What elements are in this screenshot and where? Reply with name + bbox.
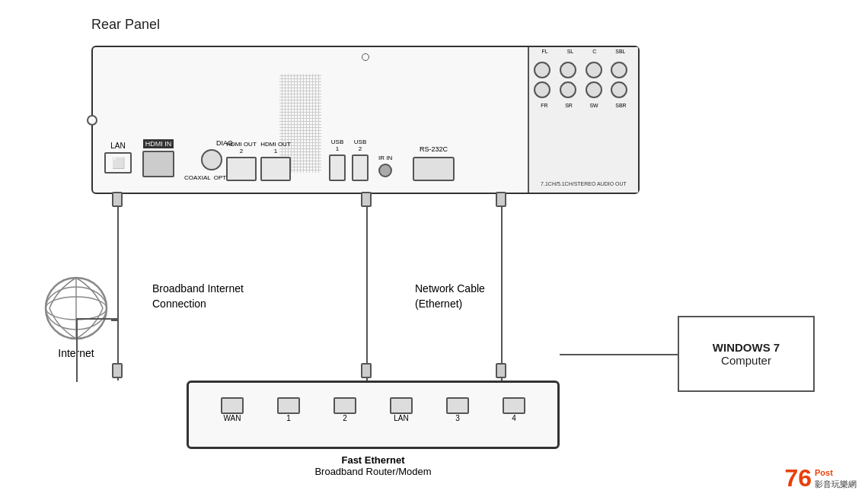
rs232c-port — [413, 157, 455, 181]
plug-lan-top — [112, 192, 123, 207]
hdmi-out-2-label: HDMI OUT2 — [226, 141, 257, 154]
coax-circle — [201, 149, 222, 170]
router-port-3-group: 3 — [446, 394, 469, 422]
speaker-outputs: FL SL C SBL FR SR SW SBR 7.1CH/ — [528, 47, 638, 193]
diagram-container: Rear Panel LAN ⬜ HDMI IN COAXIAL OPTICAL — [0, 0, 868, 500]
broadband-label: Broadband InternetConnection — [152, 282, 244, 311]
watermark-number: 76 — [784, 464, 812, 492]
plug-network-top — [496, 192, 506, 207]
windows-subtitle: Computer — [721, 354, 771, 367]
hdmi-out-1-label: HDMI OUT1 — [260, 141, 291, 154]
plug-network-bottom — [496, 363, 506, 378]
lan-port-group: LAN ⬜ — [104, 142, 132, 174]
connector-left — [87, 115, 97, 126]
speaker-sw — [586, 81, 602, 98]
windows-computer-box: WINDOWS 7 Computer — [678, 316, 815, 392]
speaker-sbl — [611, 62, 627, 78]
router-port-2 — [333, 397, 356, 414]
hdmi-out-1-group: HDMI OUT1 — [260, 141, 291, 181]
router-port-1-group: 1 — [277, 394, 300, 422]
router-label-group: Fast Ethernet Broadband Router/Modem — [314, 454, 431, 477]
hdmi-out-1-port — [260, 157, 291, 181]
router-wan-group: WAN — [221, 394, 244, 422]
fl-label: FL — [541, 49, 547, 54]
wire-hdmi-vertical — [366, 194, 368, 381]
ir-in-port — [378, 164, 392, 177]
rear-panel-label: Rear Panel — [91, 17, 160, 33]
speaker-sr — [560, 81, 576, 98]
router-bold-label: Fast Ethernet — [314, 454, 431, 466]
router-4-label: 4 — [512, 414, 516, 422]
device-center-dot — [362, 53, 369, 61]
av-receiver-body: LAN ⬜ HDMI IN COAXIAL OPTICAL DIAG. HDMI… — [91, 46, 640, 194]
hdmi-in-port — [142, 151, 174, 177]
speaker-sl — [560, 62, 576, 78]
lan-label: LAN — [110, 142, 125, 150]
usb-2-port — [352, 154, 369, 181]
lan-icon: ⬜ — [112, 157, 125, 169]
lan-port: ⬜ — [104, 152, 132, 174]
wire-globe-to-lan — [111, 320, 119, 321]
hdmi-out-group: HDMI OUT2 HDMI OUT1 — [226, 141, 291, 181]
sw-label: SW — [589, 103, 598, 108]
ir-in-group: IR IN — [378, 154, 392, 177]
speaker-c — [586, 62, 602, 78]
wire-lan-vertical — [117, 194, 119, 381]
usb-2-label: USB2 — [354, 139, 366, 152]
hdmi-out-2-port — [226, 157, 257, 181]
wire-horizontal-globe — [76, 318, 118, 320]
speaker-fr — [534, 81, 550, 98]
rs232c-label: RS-232C — [420, 145, 448, 153]
router-port-3 — [446, 397, 469, 414]
sr-label: SR — [565, 103, 573, 108]
sbl-label: SBL — [615, 49, 625, 54]
router-1-label: 1 — [286, 414, 291, 422]
router-port-2-group: 2 — [333, 394, 356, 422]
watermark-text: Post 影音玩樂網 — [815, 467, 857, 489]
sbr-label: SBR — [615, 103, 626, 108]
windows-title: WINDOWS 7 — [713, 341, 780, 354]
hdmi-out-2-group: HDMI OUT2 — [226, 141, 257, 181]
wire-vertical-to-router-left — [76, 318, 78, 382]
router-2-label: 2 — [343, 414, 347, 422]
router-port-lan — [390, 397, 413, 414]
usb-1-group: USB1 — [329, 139, 346, 181]
router-port-lan-group: LAN — [390, 394, 413, 422]
router-wan-label: WAN — [224, 414, 241, 422]
ir-in-label: IR IN — [378, 154, 392, 161]
usb-1-label: USB1 — [331, 139, 343, 152]
usb-1-port — [329, 154, 346, 181]
rs232c-group: RS-232C — [413, 145, 455, 181]
fr-label: FR — [541, 103, 547, 108]
hdmi-in-group: HDMI IN — [142, 139, 174, 177]
router-type-label: Broadband Router/Modem — [314, 466, 431, 477]
network-cable-text: Network Cable(Ethernet) — [415, 282, 485, 310]
network-cable-label: Network Cable(Ethernet) — [415, 282, 485, 311]
c-label: C — [592, 49, 596, 54]
coaxial-label: COAXIAL — [184, 174, 211, 181]
speaker-fl — [534, 62, 550, 78]
speaker-terminal-grid — [529, 56, 638, 101]
audio-out-label: 7.1CH/5.1CH/STEREO AUDIO OUT — [529, 181, 638, 186]
usb-2-group: USB2 — [352, 139, 369, 181]
speaker-bot-labels: FR SR SW SBR — [529, 101, 638, 110]
router-3-label: 3 — [455, 414, 460, 422]
wire-router-to-pc — [560, 354, 678, 355]
plug-hdmi-top — [361, 192, 372, 207]
speaker-sbr — [611, 81, 627, 98]
usb-group: USB1 USB2 — [329, 139, 369, 181]
router-port-1 — [277, 397, 300, 414]
watermark: 76 Post 影音玩樂網 — [784, 464, 857, 492]
router-port-4-group: 4 — [503, 394, 525, 422]
speaker-top-labels: FL SL C SBL — [529, 47, 638, 56]
router-lan-label: LAN — [394, 414, 408, 422]
watermark-post: Post — [815, 467, 857, 478]
sl-label: SL — [567, 49, 574, 54]
plug-lan-bottom — [112, 363, 123, 378]
watermark-site: 影音玩樂網 — [815, 479, 857, 489]
hdmi-in-label: HDMI IN — [143, 139, 174, 148]
router-ports: WAN 1 2 LAN 3 4 — [204, 394, 542, 422]
plug-hdmi-bottom — [361, 363, 372, 378]
wire-network-vertical — [501, 194, 503, 381]
broadband-text: Broadband InternetConnection — [152, 282, 244, 310]
